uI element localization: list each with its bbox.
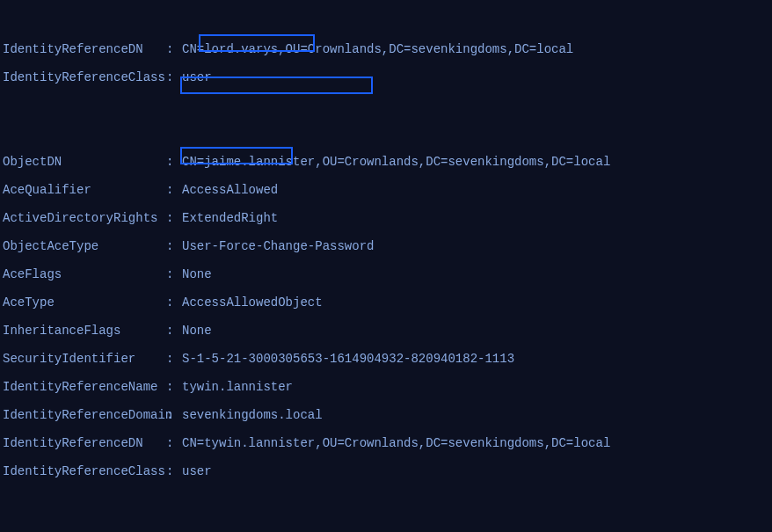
field-sep: : [166,295,182,310]
field-sep: : [166,324,182,338]
field-value: None [182,324,212,338]
output-row: InheritanceFlags: None [3,324,769,338]
output-row: IdentityReferenceClass: user [3,464,769,478]
blank-row [3,492,769,506]
output-row: ActiveDirectoryRights: ExtendedRight [3,211,769,225]
output-row: IdentityReferenceDomain: sevenkingdoms.l… [3,408,769,422]
field-key: SecurityIdentifier [3,352,166,366]
field-key: AceQualifier [3,183,166,197]
output-row: AceType: AccessAllowedObject [3,295,769,310]
field-key: IdentityReferenceName [3,380,166,394]
field-value: ExtendedRight [182,211,278,225]
field-sep: : [166,267,182,281]
blank-row [3,98,769,113]
field-sep: : [166,380,182,394]
field-key: IdentityReferenceClass [3,70,166,84]
field-value: None [182,267,212,281]
terminal-output: IdentityReferenceDN: CN=lord.varys,OU=Cr… [0,0,772,532]
field-key: AceFlags [3,267,166,281]
field-key: AceType [3,295,166,310]
output-row: IdentityReferenceDN: CN=lord.varys,OU=Cr… [3,42,769,56]
field-value: user [182,70,212,84]
field-key: IdentityReferenceClass [3,464,166,478]
field-key: IdentityReferenceDomain [3,408,166,422]
output-row: AceQualifier: AccessAllowed [3,183,769,197]
output-row: ObjectAceType: User-Force-Change-Passwor… [3,239,769,253]
output-row: IdentityReferenceDN: CN=tywin.lannister,… [3,436,769,450]
field-value: CN=tywin.lannister,OU=Crownlands,DC=seve… [182,436,610,450]
field-value: CN=jaime.lannister,OU=Crownlands,DC=seve… [182,155,610,169]
field-sep: : [166,239,182,253]
field-sep: : [166,155,182,169]
output-row: IdentityReferenceName: tywin.lannister [3,380,769,394]
field-value: tywin.lannister [182,380,293,394]
output-row: AceFlags: None [3,267,769,281]
field-value: sevenkingdoms.local [182,408,323,422]
field-sep: : [166,436,182,450]
field-value: User-Force-Change-Password [182,239,374,253]
field-sep: : [166,183,182,197]
field-key: IdentityReferenceDN [3,42,166,56]
output-row: ObjectDN: CN=jaime.lannister,OU=Crownlan… [3,155,769,169]
field-key: InheritanceFlags [3,324,166,338]
field-sep: : [166,70,182,84]
field-value: CN=lord.varys,OU=Crownlands,DC=sevenking… [182,42,573,56]
field-value: AccessAllowedObject [182,295,323,310]
field-value: AccessAllowed [182,183,278,197]
field-key: ObjectAceType [3,239,166,253]
field-value: S-1-5-21-3000305653-1614904932-820940182… [182,352,514,366]
field-sep: : [166,352,182,366]
field-sep: : [166,42,182,56]
field-sep: : [166,408,182,422]
field-value: user [182,464,212,478]
field-sep: : [166,464,182,478]
field-key: IdentityReferenceDN [3,436,166,450]
output-row: SecurityIdentifier: S-1-5-21-3000305653-… [3,352,769,366]
field-key: ObjectDN [3,155,166,169]
field-key: ActiveDirectoryRights [3,211,166,225]
output-row: IdentityReferenceClass: user [3,70,769,84]
field-sep: : [166,211,182,225]
